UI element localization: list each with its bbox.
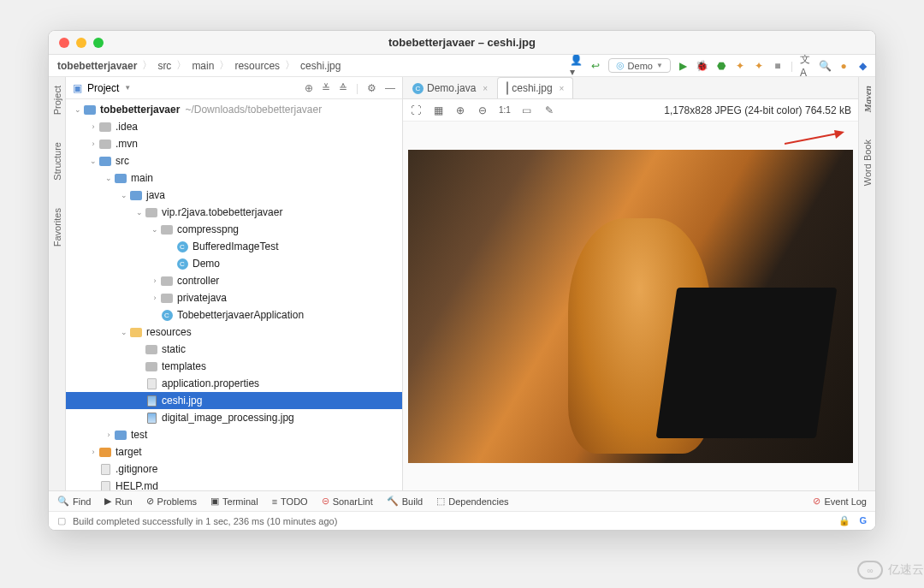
bg-icon[interactable]: ▭ bbox=[521, 104, 533, 116]
tree-node[interactable]: application.properties bbox=[66, 375, 402, 392]
zoom-actual-icon[interactable]: 1:1 bbox=[499, 105, 511, 115]
lock-icon[interactable]: 🔒 bbox=[838, 515, 850, 526]
project-view-icon: ▣ bbox=[73, 82, 82, 94]
coverage-icon[interactable]: ⬣ bbox=[715, 60, 727, 72]
expand-icon[interactable]: ≚ bbox=[322, 82, 330, 94]
svg-line-0 bbox=[785, 134, 838, 144]
zoom-in-icon[interactable]: ⊕ bbox=[454, 104, 466, 116]
ide-icon[interactable]: ◆ bbox=[856, 60, 868, 72]
fold-g bbox=[98, 120, 112, 134]
tool-sonarlint[interactable]: ⊝SonarLint bbox=[322, 496, 373, 507]
tree-node[interactable]: ⌄vip.r2java.tobebetterjavaer bbox=[66, 204, 402, 221]
close-window[interactable] bbox=[59, 38, 69, 48]
tree-node[interactable]: HELP.md bbox=[66, 478, 402, 490]
file-c: C bbox=[175, 257, 189, 270]
close-tab-icon[interactable]: × bbox=[483, 84, 488, 93]
tree-node[interactable]: .gitignore bbox=[66, 460, 402, 478]
tool-find[interactable]: 🔍Find bbox=[57, 496, 91, 507]
debug-icon[interactable]: 🐞 bbox=[696, 60, 708, 72]
tree-node[interactable]: static bbox=[66, 341, 402, 358]
rail-tab-word-book[interactable]: Word Book bbox=[862, 136, 873, 189]
tree-node[interactable]: ⌄resources bbox=[66, 324, 402, 341]
editor-area: CDemo.java×ceshi.jpg× ⛶ ▦ ⊕ ⊖ 1:1 ▭ ✎ 1,… bbox=[403, 77, 858, 490]
tree-node[interactable]: ›privatejava bbox=[66, 289, 402, 306]
user-icon[interactable]: 👤▾ bbox=[571, 60, 583, 72]
tool-dependencies[interactable]: ⬚Dependencies bbox=[436, 496, 508, 507]
tool-run[interactable]: ▶Run bbox=[104, 496, 132, 507]
tree-label: BufferedImageTest bbox=[192, 241, 279, 252]
tree-node[interactable]: CTobebetterjavaerApplication bbox=[66, 306, 402, 324]
rail-tab-structure[interactable]: Structure bbox=[52, 139, 62, 184]
chevron-icon: › bbox=[104, 431, 114, 439]
google-icon[interactable]: G bbox=[859, 515, 867, 526]
tab-label: Demo.java bbox=[427, 82, 476, 94]
profile-icon[interactable]: ✦ bbox=[734, 60, 746, 72]
fold-g bbox=[160, 291, 174, 305]
attach-icon[interactable]: ✦ bbox=[753, 60, 765, 72]
tool-problems[interactable]: ⊘Problems bbox=[146, 496, 197, 507]
tree-node[interactable]: ›target bbox=[66, 443, 402, 460]
project-panel-title[interactable]: Project bbox=[87, 82, 119, 94]
status-bar: ▢ Build completed successfully in 1 sec,… bbox=[49, 511, 875, 530]
rail-tab-favorites[interactable]: Favorites bbox=[52, 205, 62, 250]
tool-label: Dependencies bbox=[448, 496, 508, 507]
translate-icon[interactable]: 文A bbox=[800, 60, 812, 72]
breadcrumb-item[interactable]: src bbox=[156, 60, 173, 72]
tree-node[interactable]: ⌄tobebetterjavaer~/Downloads/tobebetterj… bbox=[66, 101, 402, 118]
tool-todo[interactable]: ≡TODO bbox=[272, 496, 308, 507]
tree-node[interactable]: CDemo bbox=[66, 255, 402, 272]
breadcrumb-item[interactable]: tobebetterjavaer bbox=[56, 60, 139, 72]
tree-node[interactable]: ›test bbox=[66, 426, 402, 443]
tree-node[interactable]: ›controller bbox=[66, 272, 402, 289]
breadcrumb-item[interactable]: main bbox=[190, 60, 216, 72]
tool-terminal[interactable]: ▣Terminal bbox=[210, 496, 258, 507]
close-tab-icon[interactable]: × bbox=[560, 84, 565, 93]
back-arrow-icon[interactable]: ↩ bbox=[589, 60, 601, 72]
color-picker-icon[interactable]: ✎ bbox=[543, 104, 555, 116]
hide-icon[interactable]: — bbox=[385, 82, 395, 94]
tree-node[interactable]: ⌄main bbox=[66, 169, 402, 187]
tree-node[interactable]: ⌄src bbox=[66, 152, 402, 169]
breadcrumb-item[interactable]: resources bbox=[233, 60, 281, 72]
status-text: Build completed successfully in 1 sec, 2… bbox=[73, 516, 337, 526]
file-img bbox=[506, 82, 508, 94]
run-config-selector[interactable]: ◎ Demo ▼ bbox=[608, 58, 671, 73]
run-icon[interactable]: ▶ bbox=[678, 60, 690, 72]
project-tree[interactable]: ⌄tobebetterjavaer~/Downloads/tobebetterj… bbox=[66, 99, 402, 490]
window-controls bbox=[59, 38, 104, 48]
tree-node[interactable]: templates bbox=[66, 358, 402, 375]
tree-node[interactable]: ›.idea bbox=[66, 118, 402, 135]
collapse-icon[interactable]: ≙ bbox=[339, 82, 347, 94]
tree-node[interactable]: digital_image_processing.jpg bbox=[66, 409, 402, 426]
tree-node[interactable]: ⌄compresspng bbox=[66, 221, 402, 238]
rail-tab-project[interactable]: Project bbox=[52, 82, 62, 118]
fold-g bbox=[145, 205, 158, 219]
rail-tab-maven[interactable]: Maven bbox=[862, 82, 873, 116]
breadcrumb[interactable]: tobebetterjavaer〉src〉main〉resources〉cesh… bbox=[56, 58, 342, 73]
breadcrumb-item[interactable]: ceshi.jpg bbox=[299, 60, 342, 72]
tree-node[interactable]: ceshi.jpg bbox=[66, 392, 402, 409]
locate-icon[interactable]: ⊕ bbox=[305, 82, 313, 94]
stop-icon[interactable]: ■ bbox=[772, 60, 784, 72]
search-icon[interactable]: 🔍 bbox=[819, 60, 831, 72]
image-viewer[interactable] bbox=[403, 122, 858, 490]
tree-node[interactable]: ›.mvn bbox=[66, 135, 402, 152]
tree-node[interactable]: CBufferedImageTest bbox=[66, 238, 402, 255]
status-bar-icon[interactable]: ▢ bbox=[57, 515, 66, 526]
maximize-window[interactable] bbox=[93, 38, 104, 48]
gear-icon[interactable]: ⚙ bbox=[367, 82, 376, 94]
fullscreen-icon[interactable]: ⛶ bbox=[410, 104, 422, 116]
tree-node[interactable]: ⌄java bbox=[66, 187, 402, 204]
chevron-down-icon[interactable]: ▼ bbox=[124, 84, 131, 92]
zoom-out-icon[interactable]: ⊖ bbox=[477, 104, 489, 116]
tool-build[interactable]: 🔨Build bbox=[387, 496, 423, 507]
editor-tab[interactable]: CDemo.java× bbox=[403, 77, 497, 98]
breadcrumb-sep: 〉 bbox=[217, 58, 231, 73]
grid-icon[interactable]: ▦ bbox=[432, 104, 444, 116]
breadcrumb-sep: 〉 bbox=[175, 58, 188, 73]
editor-tab[interactable]: ceshi.jpg× bbox=[497, 77, 573, 98]
minimize-window[interactable] bbox=[76, 38, 86, 48]
fold-b bbox=[114, 171, 127, 185]
event-log-button[interactable]: ⊘ Event Log bbox=[813, 496, 867, 507]
sync-icon[interactable]: ● bbox=[838, 60, 850, 72]
